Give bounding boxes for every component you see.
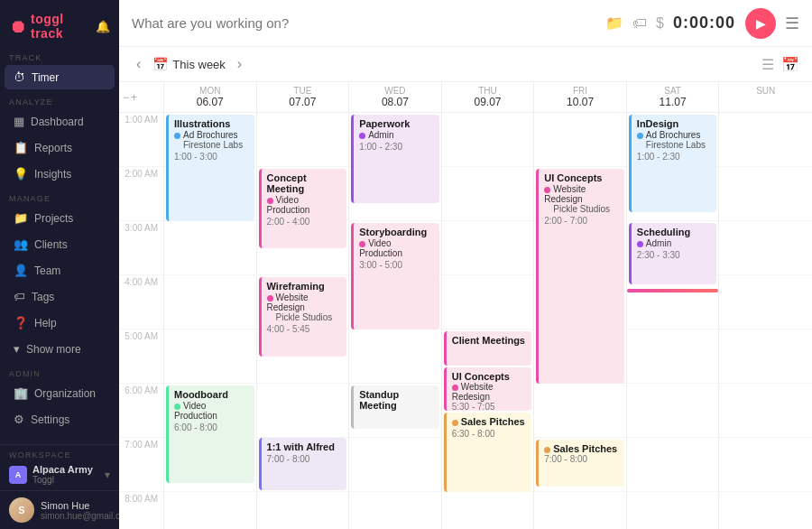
reports-label: Reports	[34, 142, 72, 154]
sidebar-item-clients[interactable]: 👥 Clients	[5, 232, 115, 256]
organization-icon: 🏢	[14, 386, 28, 400]
plus-icon[interactable]: +	[131, 91, 137, 104]
tag-icon[interactable]: 🏷	[632, 15, 647, 32]
sidebar-item-insights[interactable]: 💡 Insights	[5, 162, 115, 186]
event-sub: Video Production	[359, 238, 434, 258]
workspace-avatar: A	[9, 466, 27, 484]
event-standup[interactable]: Standup Meeting	[351, 385, 439, 429]
event-sales-pitches-thu[interactable]: Sales Pitches 6:30 - 8:00	[444, 413, 532, 492]
time-header-spacer: − +	[119, 82, 164, 112]
next-week-button[interactable]: ›	[233, 54, 246, 74]
event-client-meetings[interactable]: Client Meetings	[444, 331, 532, 366]
calendar-nav: ‹ 📅 This week › ☰ 📅	[119, 47, 812, 82]
billing-icon[interactable]: $	[656, 15, 664, 32]
settings-label: Settings	[31, 413, 69, 426]
prev-week-button[interactable]: ‹	[132, 54, 145, 74]
day-name-2: WED	[351, 86, 439, 96]
day-name-6: SUN	[721, 86, 810, 96]
day-header-4: FRI 10.07	[534, 82, 627, 112]
tags-icon: 🏷	[14, 290, 25, 303]
minus-icon[interactable]: −	[123, 91, 129, 104]
calendar-view-icon[interactable]: 📅	[781, 56, 799, 73]
event-wireframing[interactable]: Wireframing Website Redesign Pickle Stud…	[259, 277, 347, 357]
event-ui-concepts-fri[interactable]: UI Concepts Website Redesign Pickle Stud…	[536, 169, 624, 384]
event-time: 1:00 - 2:30	[637, 152, 712, 162]
event-title: Storyboarding	[359, 227, 434, 237]
sidebar-item-team[interactable]: 👤 Team	[5, 258, 115, 283]
event-sub2: Pickle Studios	[276, 312, 342, 322]
sidebar-item-projects[interactable]: 📁 Projects	[5, 206, 115, 230]
notification-bell-icon[interactable]: 🔔	[96, 20, 110, 33]
event-one-on-one[interactable]: 1:1 with Alfred 7:00 - 8:00	[259, 438, 347, 490]
event-moodboard[interactable]: Moodboard Video Production 6:00 - 8:00	[166, 385, 254, 483]
user-section: S Simon Hue simon.hue@gmail.co...	[0, 490, 119, 529]
sidebar-item-timer[interactable]: ⏱ Timer	[5, 65, 115, 89]
event-sub: Admin	[359, 130, 434, 140]
event-sub: Admin	[637, 238, 712, 248]
sidebar-item-organization[interactable]: 🏢 Organization	[5, 381, 115, 405]
event-time: 5:30 - 7:05	[452, 402, 527, 411]
dashboard-label: Dashboard	[31, 116, 84, 128]
sidebar-item-help[interactable]: ❓ Help	[5, 311, 115, 335]
week-label-text: This week	[172, 58, 226, 71]
workspace-label: WORKSPACE	[9, 450, 110, 459]
day-header-0: MON 06.07	[164, 82, 257, 112]
user-email: simon.hue@gmail.co...	[41, 511, 119, 521]
folder-icon[interactable]: 📁	[605, 14, 623, 32]
event-sub: Website Redesign	[267, 292, 342, 312]
event-title: 1:1 with Alfred	[267, 441, 342, 452]
event-title: Standup Meeting	[359, 389, 434, 411]
event-title: Scheduling	[637, 227, 712, 237]
help-label: Help	[34, 317, 57, 329]
event-indesign[interactable]: InDesign Ad Brochures Firestone Labs 1:0…	[629, 115, 717, 212]
workspace-section: WORKSPACE A Alpaca Army Toggl ▾	[0, 444, 119, 490]
time-slot-5am: 5:00 AM	[119, 329, 164, 384]
time-column: 1:00 AM 2:00 AM 3:00 AM 4:00 AM 5:00 AM …	[119, 113, 164, 529]
event-sub2: Pickle Studios	[553, 204, 619, 214]
event-ui-concepts-thu[interactable]: UI Concepts Website Redesign 5:30 - 7:05	[444, 367, 532, 411]
day-date-0: 06.07	[166, 96, 254, 108]
event-sales-pitches-fri[interactable]: Sales Pitches 7:00 - 8:00	[536, 440, 624, 487]
projects-label: Projects	[34, 212, 73, 225]
sidebar: ⏺ toggl track 🔔 TRACK ⏱ Timer ANALYZE ▦ …	[0, 0, 119, 529]
workspace-expand-icon[interactable]: ▾	[105, 469, 110, 481]
event-concept-meeting[interactable]: Concept Meeting Video Production 2:00 - …	[259, 169, 347, 248]
sidebar-item-show-more[interactable]: ▾ Show more	[5, 337, 115, 361]
day-col-2: Paperwork Admin 1:00 - 2:30 Storyboardin…	[349, 113, 442, 529]
workspace-item[interactable]: A Alpaca Army Toggl ▾	[9, 464, 110, 485]
sidebar-item-dashboard[interactable]: ▦ Dashboard	[5, 109, 115, 134]
event-sub: Ad Brochures	[637, 130, 712, 140]
event-title: Sales Pitches	[544, 443, 619, 454]
sidebar-item-reports[interactable]: 📋 Reports	[5, 135, 115, 160]
timer-icon: ⏱	[14, 70, 25, 84]
time-slot-3am: 3:00 AM	[119, 221, 164, 275]
event-scheduling[interactable]: Scheduling Admin 2:30 - 3:30	[629, 223, 717, 284]
time-entry-input[interactable]	[132, 15, 596, 31]
day-name-5: SAT	[629, 86, 717, 96]
event-time: 2:30 - 3:30	[637, 250, 712, 260]
insights-icon: 💡	[14, 167, 28, 181]
event-storyboarding[interactable]: Storyboarding Video Production 3:00 - 5:…	[351, 223, 439, 329]
sidebar-item-settings[interactable]: ⚙ Settings	[5, 407, 115, 432]
event-title: InDesign	[637, 118, 712, 129]
list-view-icon[interactable]: ☰	[761, 56, 774, 73]
show-more-label: Show more	[26, 343, 81, 356]
event-title: Illustrations	[174, 118, 249, 129]
help-icon: ❓	[14, 316, 28, 329]
sidebar-item-tags[interactable]: 🏷 Tags	[5, 284, 115, 309]
day-name-4: FRI	[536, 86, 624, 96]
day-col-5: InDesign Ad Brochures Firestone Labs 1:0…	[627, 113, 720, 529]
calendar-icon: 📅	[152, 57, 168, 71]
event-time: 2:00 - 4:00	[267, 217, 342, 227]
event-paperwork[interactable]: Paperwork Admin 1:00 - 2:30	[351, 115, 439, 203]
team-icon: 👤	[14, 264, 28, 277]
event-sub2: Firestone Labs	[646, 140, 712, 150]
day-col-0: Illustrations Ad Brochures Firestone Lab…	[164, 113, 257, 529]
event-title: Client Meetings	[452, 335, 527, 346]
menu-icon[interactable]: ☰	[785, 14, 799, 33]
time-slot-4am: 4:00 AM	[119, 275, 164, 329]
event-illustrations[interactable]: Illustrations Ad Brochures Firestone Lab…	[166, 115, 254, 221]
start-button[interactable]: ▶	[745, 8, 776, 39]
time-slot-6am: 6:00 AM	[119, 384, 164, 438]
day-header-3: THU 09.07	[442, 82, 535, 112]
